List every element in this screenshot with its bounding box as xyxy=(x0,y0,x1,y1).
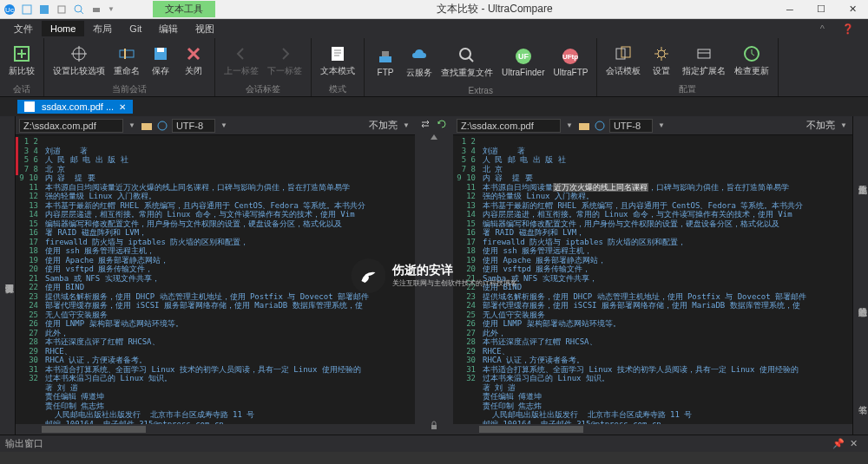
ribbon-group: 上一标签下一标签会话标签 xyxy=(215,38,312,96)
menu-edit[interactable]: 编辑 xyxy=(150,20,187,38)
chevron-down-icon[interactable]: ▼ xyxy=(401,121,411,129)
find-dup-icon xyxy=(457,45,477,66)
ribbon-item-label: 设置 xyxy=(653,65,670,77)
folder-icon[interactable] xyxy=(578,120,590,132)
close-button[interactable]: 关闭 xyxy=(178,42,209,79)
right-vtab-minimap[interactable]: 迷你地图文件 xyxy=(852,116,868,239)
ribbon-item-label: 会话模板 xyxy=(606,65,641,77)
chevron-down-icon[interactable]: ▼ xyxy=(838,121,849,129)
ribbon-group-label: 配置 xyxy=(597,82,778,96)
ribbon-group-label: Extras xyxy=(365,85,596,96)
right-vtab-filter[interactable]: 忽略的过滤器 xyxy=(852,239,868,361)
save-icon[interactable] xyxy=(38,3,50,16)
ext-button[interactable]: 指定扩展名 xyxy=(679,42,729,79)
session-template-button[interactable]: 会话模板 xyxy=(602,42,644,79)
left-highlight-select[interactable]: 不加亮 xyxy=(369,119,398,132)
qat-dropdown-icon[interactable]: ▼ xyxy=(108,5,115,13)
ribbon-item-label: 文本模式 xyxy=(320,65,355,77)
svg-rect-38 xyxy=(141,123,152,130)
refresh-icon[interactable] xyxy=(436,118,448,130)
menu-git[interactable]: Git xyxy=(121,21,150,36)
menu-layout[interactable]: 布局 xyxy=(84,20,121,38)
globe-icon[interactable] xyxy=(594,120,606,132)
diff-marker xyxy=(16,137,18,175)
pin-icon[interactable]: 📌 xyxy=(832,438,845,449)
left-vtab-explorer[interactable]: 工作区资源管理器 xyxy=(0,116,16,435)
right-code-area[interactable]: 1 2 3 4 5 6 7 8 9 10 11 12 13 14 15 16 1… xyxy=(453,135,852,424)
left-gutter: 1 2 3 4 5 6 7 8 9 10 11 12 13 14 15 16 1… xyxy=(16,135,42,424)
left-code-area[interactable]: 1 2 3 4 5 6 7 8 9 10 11 12 13 14 15 16 1… xyxy=(16,135,415,424)
right-hscrollbar[interactable] xyxy=(453,424,852,435)
folder-icon[interactable] xyxy=(141,120,153,132)
copy-icon[interactable] xyxy=(56,3,68,16)
find-icon[interactable] xyxy=(73,3,85,16)
menu-view[interactable]: 视图 xyxy=(187,20,223,38)
output-panel-header[interactable]: 输出窗口 📌 ✕ xyxy=(0,435,868,452)
save-button[interactable]: 保存 xyxy=(145,42,176,79)
left-hscrollbar[interactable] xyxy=(16,424,415,435)
right-vtab-bookmark[interactable]: 书签 xyxy=(852,360,868,435)
right-path-input[interactable] xyxy=(457,119,561,133)
ribbon-item-label: 下一标签 xyxy=(267,65,302,77)
help-icon[interactable]: ❓ xyxy=(833,21,863,37)
new-compare-button[interactable]: 新比较 xyxy=(5,42,38,79)
menu-home[interactable]: Home xyxy=(42,21,84,36)
chevron-down-icon[interactable]: ▼ xyxy=(564,121,575,129)
swap-icon[interactable] xyxy=(420,118,432,130)
cloud-button[interactable]: 云服务 xyxy=(403,43,436,81)
svg-rect-24 xyxy=(379,56,391,62)
nav-up-icon[interactable] xyxy=(428,132,440,144)
next-tab-button: 下一标签 xyxy=(264,42,306,79)
new-icon[interactable] xyxy=(21,3,33,16)
document-tab[interactable]: ssdax.com.pdf ... ✕ xyxy=(17,100,133,114)
globe-icon[interactable] xyxy=(156,120,168,132)
prev-tab-button: 上一标签 xyxy=(220,42,262,79)
ribbon-item-label: 检查更新 xyxy=(734,65,769,77)
rename-button[interactable]: 重命名 xyxy=(110,42,143,79)
chevron-down-icon[interactable]: ▼ xyxy=(127,121,137,129)
lock-icon[interactable] xyxy=(428,419,440,431)
right-pane: ▼ ▼ 不加亮 ▼ 1 2 3 4 5 6 7 8 9 10 11 12 13 … xyxy=(453,116,852,435)
document-tab-label: ssdax.com.pdf ... xyxy=(42,101,114,112)
svg-rect-35 xyxy=(698,49,710,58)
settings-button[interactable]: 设置 xyxy=(646,42,677,79)
close-button[interactable]: ✕ xyxy=(837,0,868,19)
svg-rect-7 xyxy=(93,8,100,12)
ultraftp-icon: UFtp xyxy=(560,46,581,67)
right-gutter: 1 2 3 4 5 6 7 8 9 10 11 12 13 14 15 16 1… xyxy=(453,135,479,424)
left-path-input[interactable] xyxy=(19,119,123,133)
ftp-button[interactable]: FTP xyxy=(370,44,401,79)
ribbon-item-label: UltraFTP xyxy=(553,68,588,77)
ribbon-item-label: 指定扩展名 xyxy=(682,65,726,77)
ribbon-item-label: FTP xyxy=(378,68,394,77)
ribbon-group: 新比较会话 xyxy=(0,38,44,96)
tab-close-icon[interactable]: ✕ xyxy=(119,102,126,112)
print-icon[interactable] xyxy=(90,3,102,16)
ribbon-group: FTP云服务查找重复文件UFUltraFinderUFtpUltraFTPExt… xyxy=(365,38,597,96)
center-divider xyxy=(415,116,453,435)
text-mode-button[interactable]: 文本模式 xyxy=(317,42,358,79)
ultraftp-button[interactable]: UFtpUltraFTP xyxy=(549,44,591,79)
doc-icon xyxy=(24,101,35,112)
menu-file[interactable]: 文件 xyxy=(5,20,42,38)
collapse-ribbon-icon[interactable]: ^ xyxy=(812,21,833,36)
settings-icon xyxy=(651,43,672,64)
chevron-down-icon[interactable]: ▼ xyxy=(656,121,667,129)
left-code[interactable]: 刘遄 著 人 民 邮 电 出 版 社 北 京 内 容 提 要 本书源自日均阅读量… xyxy=(42,135,415,424)
right-code[interactable]: 刘遄 著 人 民 邮 电 出 版 社 北 京 内 容 提 要 本书源自日均阅读量… xyxy=(479,135,852,424)
minimize-button[interactable]: ─ xyxy=(774,0,806,19)
left-encoding-input[interactable] xyxy=(172,119,215,133)
check-update-button[interactable]: 检查更新 xyxy=(731,42,773,79)
close-icon xyxy=(183,43,204,64)
right-highlight-select[interactable]: 不加亮 xyxy=(806,119,835,132)
options-button[interactable]: 设置比较选项 xyxy=(49,42,108,79)
find-dup-button[interactable]: 查找重复文件 xyxy=(437,43,496,81)
chevron-down-icon[interactable]: ▼ xyxy=(219,121,229,129)
panel-close-icon[interactable]: ✕ xyxy=(845,438,863,449)
right-encoding-input[interactable] xyxy=(609,119,653,133)
ultrafinder-button[interactable]: UFUltraFinder xyxy=(498,44,548,79)
maximize-button[interactable]: ☐ xyxy=(806,0,837,19)
output-label: 输出窗口 xyxy=(5,437,43,450)
context-tab[interactable]: 文本工具 xyxy=(153,1,215,17)
ribbon-item-label: 保存 xyxy=(152,65,169,77)
